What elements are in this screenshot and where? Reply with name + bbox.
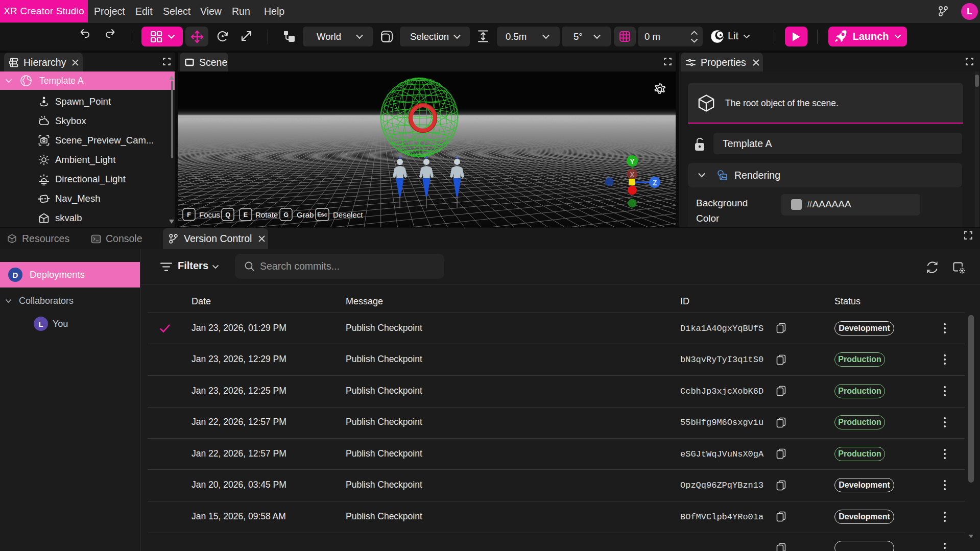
svg-text:X: X bbox=[630, 171, 635, 179]
svg-text:E: E bbox=[244, 211, 248, 219]
svg-text:Deselect: Deselect bbox=[333, 210, 363, 219]
svg-text:Focus: Focus bbox=[199, 210, 220, 219]
svg-text:Grab: Grab bbox=[297, 210, 314, 219]
svg-text:Y: Y bbox=[630, 157, 635, 165]
svg-text:Esc: Esc bbox=[317, 211, 327, 218]
svg-text:Rotate: Rotate bbox=[255, 210, 278, 219]
svg-text:Q: Q bbox=[225, 211, 230, 219]
svg-text:F: F bbox=[187, 211, 191, 219]
svg-text:G: G bbox=[283, 211, 289, 219]
svg-text:Z: Z bbox=[653, 179, 657, 187]
